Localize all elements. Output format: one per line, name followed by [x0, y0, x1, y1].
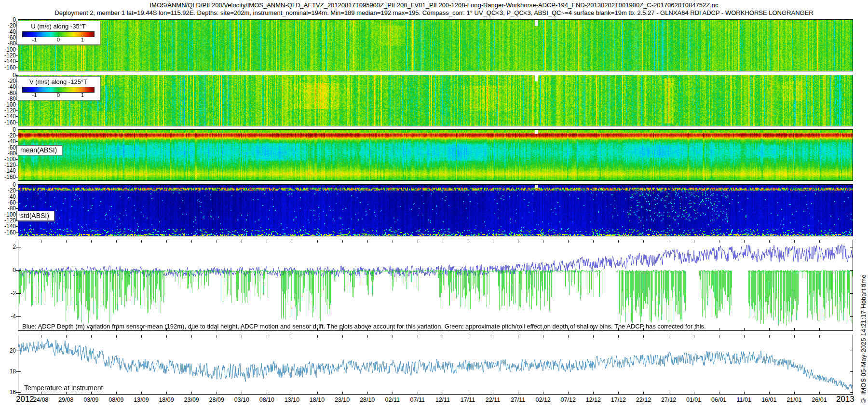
y-tick-label: 16: [0, 389, 16, 396]
colorbar-tick: -1: [32, 37, 37, 42]
panel-u-velocity: U (m/s) along -35°T -1 0 1: [18, 19, 853, 71]
tick-mark: [16, 20, 18, 20]
tick-mark: [16, 226, 18, 227]
x-tick-label: 22/11: [478, 396, 507, 403]
year-label: 2012: [16, 395, 34, 404]
temperature-line: [18, 335, 853, 394]
v-velocity-heatmap: [18, 75, 853, 126]
y-tick-label: 18: [0, 368, 16, 375]
tick-mark: [16, 203, 18, 203]
x-tick-label: 13/10: [277, 396, 306, 403]
tick-mark: [16, 61, 18, 62]
x-tick-label: 07/11: [403, 396, 432, 403]
y-tick-label: -160: [0, 229, 16, 236]
x-tick-label: 28/09: [202, 396, 231, 403]
tick-mark: [16, 171, 18, 171]
figure-page: { "header": { "title_line1": "IMOS/ANMN/…: [0, 0, 868, 410]
u-velocity-heatmap: [18, 20, 853, 71]
y-tick-label: -160: [0, 174, 16, 180]
tick-mark: [16, 371, 18, 372]
tick-mark: [16, 177, 18, 178]
tick-mark: [16, 159, 18, 160]
tick-mark: [16, 110, 18, 111]
tick-mark: [16, 75, 18, 76]
x-tick-label: 29/08: [52, 396, 81, 403]
tick-mark: [16, 208, 18, 209]
mean-absi-label: mean(ABSI): [16, 145, 62, 155]
tick-mark: [16, 197, 18, 197]
colorbar-tick: 1: [81, 92, 84, 98]
tick-mark: [16, 130, 18, 130]
x-tick-label: 12/12: [579, 396, 608, 403]
x-tick-label: 16/01: [755, 396, 784, 403]
tick-mark: [16, 68, 18, 68]
tick-mark: [16, 50, 18, 50]
x-tick-label: 21/01: [780, 396, 809, 403]
x-tick-label: 03/09: [77, 396, 106, 403]
figure-subtitle: Deployment 2, member 1 lat=19.44S lon=11…: [0, 9, 868, 16]
x-tick-label: 13/09: [127, 396, 156, 403]
y-tick-label: 0: [0, 267, 16, 273]
tick-mark: [16, 392, 18, 393]
x-tick-label: 26/01: [805, 396, 834, 403]
colorbar-tick: 0: [57, 92, 60, 98]
u-colorbar: -1 0 1: [22, 31, 95, 42]
depth-variation-lines: [18, 240, 853, 330]
x-tick-label: 02/12: [529, 396, 557, 403]
tick-mark: [16, 116, 18, 117]
x-tick-label: 18/10: [303, 396, 332, 403]
x-tick-label: 03/10: [227, 396, 256, 403]
tick-mark: [16, 55, 18, 56]
colorbar-tick: -1: [32, 92, 37, 98]
colorbar-tick: 1: [81, 37, 84, 42]
v-colorbar-legend: V (m/s) along -125°T -1 0 1: [16, 76, 100, 100]
panel-v-velocity: V (m/s) along -125°T -1 0 1: [18, 75, 853, 126]
figure-title: IMOS/ANMN/QLD/PIL200/Velocity/IMOS_ANMN-…: [0, 1, 868, 9]
x-tick-label: 07/12: [554, 396, 583, 403]
tick-mark: [16, 191, 18, 191]
v-colorbar: -1 0 1: [22, 87, 95, 98]
colorbar-tick: 0: [57, 37, 60, 42]
tick-mark: [16, 293, 18, 294]
x-tick-label: 08/10: [252, 396, 281, 403]
year-label: 2013: [836, 395, 854, 404]
u-legend-title: U (m/s) along -35°T: [17, 23, 100, 30]
y-tick-label: 20: [0, 347, 16, 354]
temperature-label: Temperature at instrument: [24, 384, 103, 392]
x-tick-label: 11/01: [730, 396, 759, 403]
std-absi-label: std(ABSI): [16, 211, 54, 221]
mean-absi-heatmap: [18, 130, 853, 180]
x-tick-label: 27/11: [503, 396, 532, 403]
x-tick-label: 18/09: [152, 396, 181, 403]
u-colorbar-legend: U (m/s) along -35°T -1 0 1: [16, 21, 100, 45]
panel-depth-variation: Blue: ADCP Depth (m) variation from sens…: [18, 240, 853, 331]
tick-mark: [16, 185, 18, 185]
y-tick-label: 2: [0, 244, 16, 250]
y-tick-label: -2: [0, 290, 16, 297]
tick-mark: [16, 123, 18, 123]
x-tick-label: 17/12: [604, 396, 633, 403]
x-tick-label: 22/12: [629, 396, 658, 403]
panel-std-absi: std(ABSI): [18, 184, 853, 236]
imos-watermark: © IMOS 05-May-2025 14:21:17 Hobart time: [860, 274, 867, 404]
x-tick-label: 02/11: [378, 396, 407, 403]
tick-mark: [16, 316, 18, 317]
x-tick-label: 23/09: [177, 396, 206, 403]
tick-mark: [16, 105, 18, 105]
v-legend-title: V (m/s) along -125°T: [17, 78, 100, 85]
x-tick-label: 01/01: [679, 396, 708, 403]
std-absi-heatmap: [18, 185, 853, 236]
x-tick-label: 17/11: [453, 396, 482, 403]
x-tick-label: 08/09: [102, 396, 131, 403]
tick-mark: [16, 136, 18, 136]
y-tick-label: -160: [0, 119, 16, 126]
x-tick-label: 28/10: [353, 396, 382, 403]
y-tick-label: -160: [0, 64, 16, 71]
tick-mark: [16, 141, 18, 142]
y-tick-label: -4: [0, 313, 16, 320]
tick-mark: [16, 270, 18, 271]
tick-mark: [16, 351, 18, 351]
tick-mark: [16, 232, 18, 233]
panel-temperature: Temperature at instrument: [18, 335, 853, 395]
tick-mark: [16, 165, 18, 165]
